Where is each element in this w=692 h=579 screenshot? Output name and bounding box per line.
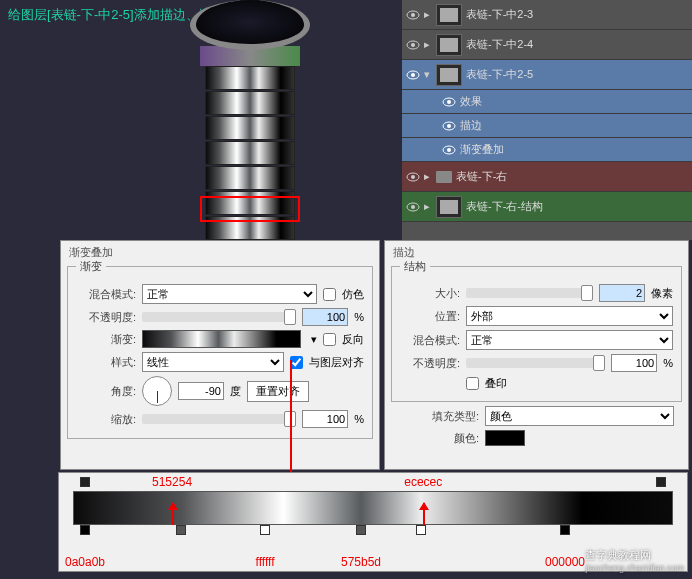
visibility-icon[interactable] (442, 95, 456, 109)
svg-point-3 (411, 43, 415, 47)
color-stop[interactable] (416, 525, 426, 535)
layer-row[interactable]: ▸ 表链-下-中2-4 (402, 30, 692, 60)
percent-label: % (354, 413, 364, 425)
layer-name: 表链-下-中2-4 (466, 37, 688, 52)
color-stop[interactable] (356, 525, 366, 535)
opacity-stop[interactable] (80, 477, 90, 487)
opacity-input[interactable] (611, 354, 657, 372)
position-label: 位置: (400, 309, 460, 324)
visibility-icon[interactable] (406, 68, 420, 82)
color-label: 颜色: (399, 431, 479, 446)
angle-label: 角度: (76, 384, 136, 399)
size-slider[interactable] (466, 288, 593, 298)
gradient-overlay-dialog: 渐变叠加 渐变 混合模式: 正常 仿色 不透明度: % 渐变: ▾ 反向 样式:… (60, 240, 380, 470)
color-stop[interactable] (80, 525, 90, 535)
opacity-stop[interactable] (656, 477, 666, 487)
effect-label: 渐变叠加 (460, 142, 688, 157)
group-label: 结构 (400, 259, 430, 274)
layer-name: 表链-下-中2-5 (466, 67, 688, 82)
blend-mode-label: 混合模式: (76, 287, 136, 302)
expand-icon[interactable]: ▸ (424, 200, 432, 213)
px-label: 像素 (651, 286, 673, 301)
layer-row[interactable]: ▸ 表链-下-中2-3 (402, 0, 692, 30)
svg-point-13 (411, 175, 415, 179)
color-swatch[interactable] (485, 430, 525, 446)
layer-row-selected[interactable]: ▾ 表链-下-中2-5 (402, 60, 692, 90)
scale-slider[interactable] (142, 414, 296, 424)
opacity-input[interactable] (302, 308, 348, 326)
expand-icon[interactable]: ▸ (424, 170, 432, 183)
color-annotation: ffffff (256, 555, 275, 569)
scale-input[interactable] (302, 410, 348, 428)
opacity-slider[interactable] (466, 358, 605, 368)
visibility-icon[interactable] (442, 143, 456, 157)
effect-label: 效果 (460, 94, 688, 109)
reset-align-button[interactable]: 重置对齐 (247, 381, 309, 402)
layer-effect-stroke[interactable]: 描边 (402, 114, 692, 138)
annotation-arrow (290, 360, 292, 485)
scale-label: 缩放: (76, 412, 136, 427)
layer-effects[interactable]: 效果 (402, 90, 692, 114)
layer-thumb (436, 4, 462, 26)
position-select[interactable]: 外部 (466, 306, 673, 326)
dither-label: 仿色 (342, 287, 364, 302)
dialog-title: 描边 (393, 245, 415, 260)
overprint-label: 叠印 (485, 376, 507, 391)
angle-input[interactable] (178, 382, 224, 400)
color-stop[interactable] (560, 525, 570, 535)
layer-effect-gradient[interactable]: 渐变叠加 (402, 138, 692, 162)
svg-point-15 (411, 205, 415, 209)
fill-type-label: 填充类型: (399, 409, 479, 424)
blend-mode-select[interactable]: 正常 (466, 330, 673, 350)
svg-point-7 (447, 100, 451, 104)
layer-thumb (436, 64, 462, 86)
layer-folder[interactable]: ▸ 表链-下-右 (402, 162, 692, 192)
gradient-label: 渐变: (76, 332, 136, 347)
angle-control[interactable] (142, 376, 172, 406)
expand-icon[interactable]: ▸ (424, 8, 432, 21)
canvas-preview (140, 0, 360, 240)
style-select[interactable]: 线性 (142, 352, 284, 372)
reverse-label: 反向 (342, 332, 364, 347)
visibility-icon[interactable] (406, 200, 420, 214)
layer-row[interactable]: ▸ 表链-下-右-结构 (402, 192, 692, 222)
color-stop[interactable] (176, 525, 186, 535)
overprint-checkbox[interactable] (466, 377, 479, 390)
selection-highlight (200, 196, 300, 222)
expand-icon[interactable]: ▸ (424, 38, 432, 51)
blend-mode-label: 混合模式: (400, 333, 460, 348)
visibility-icon[interactable] (406, 38, 420, 52)
blend-mode-select[interactable]: 正常 (142, 284, 317, 304)
annotation-arrow (172, 503, 174, 525)
fill-type-select[interactable]: 颜色 (485, 406, 674, 426)
dither-checkbox[interactable] (323, 288, 336, 301)
svg-point-5 (411, 73, 415, 77)
color-annotation: 515254 (152, 475, 192, 489)
visibility-icon[interactable] (406, 170, 420, 184)
svg-point-11 (447, 148, 451, 152)
color-annotation: 0a0a0b (65, 555, 105, 569)
group-label: 渐变 (76, 259, 106, 274)
dialog-title: 渐变叠加 (69, 245, 113, 260)
color-annotation: 000000 (545, 555, 585, 569)
reverse-checkbox[interactable] (323, 333, 336, 346)
opacity-slider[interactable] (142, 312, 296, 322)
folder-icon (436, 171, 452, 183)
visibility-icon[interactable] (442, 119, 456, 133)
layers-panel: ▸ 表链-下-中2-3 ▸ 表链-下-中2-4 ▾ 表链-下-中2-5 效果 描… (402, 0, 692, 240)
style-label: 样式: (76, 355, 136, 370)
watermark: 查字典教程网 jiaocheng.chazidian.com (585, 546, 684, 573)
opacity-label: 不透明度: (76, 310, 136, 325)
color-annotation: 575b5d (341, 555, 381, 569)
layer-thumb (436, 196, 462, 218)
gradient-bar[interactable] (73, 491, 673, 525)
expand-icon[interactable]: ▾ (424, 68, 432, 81)
stroke-dialog: 描边 结构 大小: 像素 位置: 外部 混合模式: 正常 不透明度: % 叠印 (384, 240, 689, 470)
percent-label: % (663, 357, 673, 369)
color-stop[interactable] (260, 525, 270, 535)
size-input[interactable] (599, 284, 645, 302)
gradient-preview[interactable] (142, 330, 301, 348)
dropdown-icon[interactable]: ▾ (311, 333, 317, 346)
visibility-icon[interactable] (406, 8, 420, 22)
svg-point-1 (411, 13, 415, 17)
